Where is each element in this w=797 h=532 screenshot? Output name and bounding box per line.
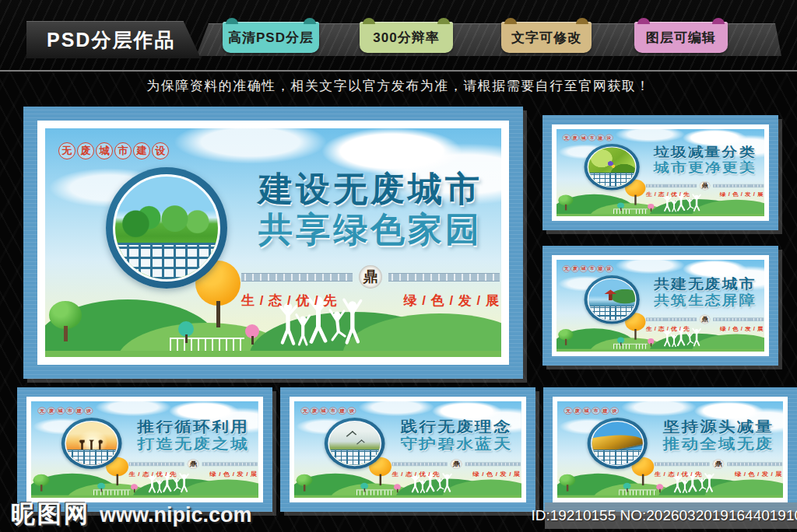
- watermark-url: www.nipic.com: [100, 503, 252, 527]
- poster-bottom-left-preview[interactable]: 无废城市建设 推行循环利用 打造无废之城 鼎 生 / 态 / 优 / 先 绿 /…: [17, 387, 272, 512]
- slogan-right: 绿 / 色 / 发 / 展: [472, 471, 521, 478]
- circle-photo: [113, 174, 220, 282]
- circle-photo: [591, 421, 644, 466]
- poster-titles: 践行无废理念 守护碧水蓝天: [391, 418, 520, 453]
- stamp-waste-free-city: 无废城市建设: [563, 135, 613, 141]
- top-bar: PSD分层作品 高清PSD分层 300分辩率 文字可修改 图层可编辑: [0, 0, 797, 70]
- stamp-waste-free-city: 无废城市建设: [563, 265, 613, 272]
- slogan-row: 生 / 态 / 优 / 先 绿 / 色 / 发 / 展: [655, 471, 782, 478]
- slogan-left: 生 / 态 / 优 / 先: [646, 191, 690, 198]
- poster-title-line2: 守护碧水蓝天: [391, 436, 520, 453]
- poster-titles: 推行循环利用 打造无废之城: [128, 418, 257, 453]
- slogan-right: 绿 / 色 / 发 / 展: [403, 292, 500, 310]
- poster-titles: 共建无废城市 共筑生态屏障: [646, 276, 764, 309]
- site-watermark: 昵图网 www.nipic.com: [11, 498, 252, 530]
- lace-ornament-right: [202, 462, 258, 466]
- poster-art: 无废城市建设 共建无废城市 共筑生态屏障 鼎 生 / 态 / 优 / 先 绿 /…: [556, 260, 764, 352]
- slogan-left: 生 / 态 / 优 / 先: [646, 325, 690, 332]
- title-divider: 鼎: [646, 315, 764, 324]
- lace-ornament-left: [646, 317, 697, 320]
- poster-titles: 坚持源头减量 推动全域无废: [655, 418, 782, 453]
- circle-photo: [65, 421, 118, 466]
- lace-ornament-right: [388, 273, 500, 282]
- circle-emblem: [61, 418, 122, 469]
- lace-ornament-right: [727, 462, 782, 466]
- watermark-site-name: 昵图网: [11, 498, 90, 530]
- poster-right-top-preview[interactable]: 无废城市建设 垃圾减量分类 城市更净更美 鼎 生 / 态 / 优 / 先 绿 /…: [542, 115, 778, 230]
- lace-ornament-right: [713, 184, 764, 187]
- poster-title-line2: 城市更净更美: [646, 160, 764, 176]
- ribbon-editable-layers: 图层可编辑: [634, 22, 728, 53]
- birds-icon: [345, 432, 370, 450]
- notice-text: 为保障资料的准确性，相关文字以官方发布为准，请根据需要自行至官网获取！: [0, 77, 797, 95]
- poster-titles: 垃圾减量分类 城市更净更美: [646, 145, 764, 176]
- lace-ornament-left: [128, 462, 184, 466]
- slogan-row: 生 / 态 / 优 / 先 绿 / 色 / 发 / 展: [391, 471, 520, 478]
- bronze-ding-icon: 鼎: [359, 265, 382, 289]
- poster-title-line2: 打造无废之城: [128, 436, 257, 453]
- ribbon-label: 300分辩率: [373, 29, 439, 47]
- poster-title-line2: 共筑生态屏障: [646, 292, 764, 309]
- stamp-waste-free-city: 无废城市建设: [300, 408, 356, 415]
- ribbon-resolution: 300分辩率: [360, 22, 453, 53]
- poster-title-line2: 共享绿色家园: [241, 209, 500, 250]
- circle-emblem: [588, 418, 648, 469]
- separator-line: [0, 70, 797, 72]
- slogan-row: 生 / 态 / 优 / 先 绿 / 色 / 发 / 展: [128, 471, 257, 478]
- lattice-window-pattern: [588, 306, 635, 320]
- poster-title-line1: 推行循环利用: [128, 418, 257, 436]
- poster-title-line1: 建设无废城市: [241, 169, 500, 209]
- poster-title-line2: 推动全域无废: [655, 436, 782, 453]
- poster-right-bottom-preview[interactable]: 无废城市建设 共建无废城市 共筑生态屏障 鼎 生 / 态 / 优 / 先 绿 /…: [542, 246, 778, 366]
- id-badge: ID:19210155 NO:20260320191644019102: [545, 502, 797, 529]
- bronze-ding-icon: 鼎: [700, 315, 711, 324]
- stamp-waste-free-city: 无废城市建设: [37, 408, 93, 415]
- bronze-ding-icon: 鼎: [700, 181, 711, 190]
- poster-art: 无废城市建设 垃圾减量分类 城市更净更美 鼎 生 / 态 / 优 / 先 绿 /…: [556, 129, 764, 216]
- circle-emblem: [585, 144, 640, 190]
- bronze-ding-icon: 鼎: [451, 459, 462, 469]
- poster-main-preview[interactable]: 无废城市建设 建设无废城市 共享绿色家园 鼎 生 / 态 / 优 / 先 绿 /…: [23, 107, 523, 379]
- poster-art: 无废城市建设 建设无废城市 共享绿色家园 鼎 生 / 态 / 优 / 先 绿 /…: [45, 128, 501, 357]
- lattice-window-pattern: [66, 450, 118, 465]
- title-divider: 鼎: [391, 459, 520, 469]
- slogan-row: 生 / 态 / 优 / 先 绿 / 色 / 发 / 展: [646, 325, 764, 332]
- lattice-window-pattern: [592, 450, 643, 465]
- poster-bottom-middle-preview[interactable]: 无废城市建设 践行无废理念 守护碧水蓝天 鼎 生 / 态 / 优 / 先 绿 /…: [280, 387, 535, 512]
- poster-title-line1: 坚持源头减量: [655, 418, 782, 436]
- circle-emblem: [325, 418, 385, 469]
- ribbon-label: 文字可修改: [511, 29, 581, 47]
- bronze-ding-icon: 鼎: [188, 459, 199, 469]
- ribbon-editable-text: 文字可修改: [501, 22, 592, 53]
- ribbon-hd-psd: 高清PSD分层: [223, 22, 319, 53]
- lace-ornament-left: [655, 462, 710, 466]
- poster-bottom-right-preview[interactable]: 无废城市建设 坚持源头减量 推动全域无废 鼎 生 / 态 / 优 / 先 绿 /…: [543, 387, 797, 512]
- slogan-left: 生 / 态 / 优 / 先: [128, 471, 177, 478]
- stamp-waste-free-city: 无废城市建设: [58, 142, 169, 159]
- circle-photo: [588, 146, 637, 187]
- circle-emblem: [106, 167, 227, 289]
- title-divider: 鼎: [655, 459, 782, 469]
- slogan-row: 生 / 态 / 优 / 先 绿 / 色 / 发 / 展: [646, 191, 764, 198]
- poster-art: 无废城市建设 推行循环利用 打造无废之城 鼎 生 / 态 / 优 / 先 绿 /…: [31, 401, 258, 498]
- circle-emblem: [585, 275, 640, 324]
- page-title: PSD分层作品: [26, 21, 201, 58]
- poster-title-line1: 践行无废理念: [391, 418, 520, 436]
- ribbon-label: 图层可编辑: [646, 29, 716, 47]
- stamp-waste-free-city: 无废城市建设: [564, 408, 618, 415]
- circle-photo: [328, 421, 381, 466]
- poster-titles: 建设无废城市 共享绿色家园: [241, 169, 500, 250]
- lattice-window-pattern: [115, 243, 218, 279]
- slogan-row: 生 / 态 / 优 / 先 绿 / 色 / 发 / 展: [241, 292, 500, 310]
- lace-ornament-left: [646, 184, 697, 187]
- poster-art: 无废城市建设 践行无废理念 守护碧水蓝天 鼎 生 / 态 / 优 / 先 绿 /…: [294, 401, 521, 498]
- lace-ornament-left: [391, 462, 447, 466]
- bronze-ding-icon: 鼎: [712, 459, 724, 469]
- circle-photo: [588, 278, 637, 321]
- pavilion-icon: [605, 290, 617, 295]
- lace-ornament-right: [713, 317, 764, 320]
- lace-ornament-right: [465, 462, 521, 466]
- slogan-right: 绿 / 色 / 发 / 展: [209, 471, 258, 478]
- title-divider: 鼎: [241, 265, 500, 289]
- slogan-left: 生 / 态 / 优 / 先: [655, 471, 702, 478]
